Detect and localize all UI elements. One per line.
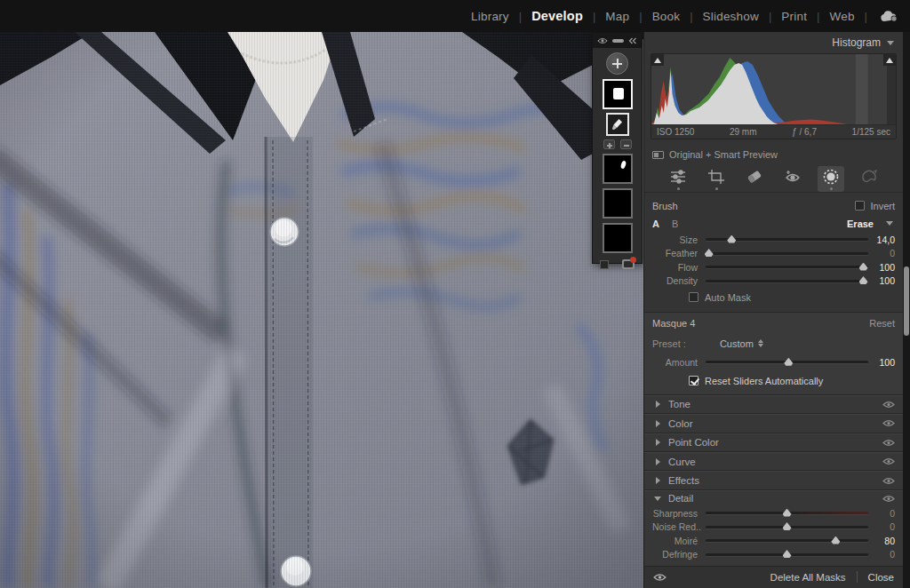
flow-slider[interactable]	[706, 266, 868, 268]
expand-chevron-icon[interactable]	[656, 458, 660, 465]
slider-thumb[interactable]	[705, 249, 714, 257]
tool-crop-overlay[interactable]	[703, 166, 730, 192]
add-mask-button[interactable]	[606, 52, 628, 75]
expand-chevron-icon[interactable]	[656, 401, 660, 408]
density-slider[interactable]	[706, 280, 868, 282]
module-print[interactable]: Print	[771, 10, 817, 23]
masks-panel-header[interactable]	[593, 33, 642, 48]
detail-header[interactable]: Detail	[644, 491, 903, 506]
highlight-clipping-button[interactable]	[883, 54, 896, 66]
clipping-triangle-icon	[886, 58, 893, 63]
brush-tool-button[interactable]	[606, 113, 629, 136]
module-web[interactable]: Web	[819, 10, 864, 23]
module-map[interactable]: Map	[595, 10, 639, 23]
module-develop[interactable]: Develop	[522, 9, 593, 23]
module-book[interactable]: Book	[643, 10, 690, 23]
develop-right-panel: Histogram ISO 1250 29 mm ƒ / 6,7	[643, 32, 903, 588]
slider-thumb[interactable]	[784, 358, 793, 366]
mask-subtract-button[interactable]	[620, 139, 632, 149]
overlay-color-icon[interactable]	[622, 259, 635, 269]
invert-checkbox-row[interactable]: Invert	[855, 201, 895, 211]
mask-reset-button[interactable]: Reset	[869, 318, 895, 329]
cloud-sync-icon[interactable]	[880, 10, 898, 22]
brush-options-chevron-icon[interactable]	[886, 221, 893, 226]
masks-visibility-eye-icon[interactable]	[597, 37, 608, 44]
slider-thumb[interactable]	[859, 276, 868, 284]
section-visibility-eye-icon[interactable]	[882, 419, 895, 427]
mask-thumbnail[interactable]	[603, 188, 633, 219]
section-visibility-eye-icon[interactable]	[882, 477, 895, 485]
slider-thumb[interactable]	[859, 263, 868, 271]
feather-slider[interactable]	[706, 252, 868, 255]
shadow-clipping-button[interactable]	[651, 54, 664, 66]
crop-icon	[706, 168, 726, 186]
collapse-chevron-icon[interactable]	[887, 41, 894, 45]
slider-thumb[interactable]	[831, 536, 840, 544]
photo-canvas[interactable]	[0, 32, 643, 588]
mask-add-button[interactable]	[603, 139, 615, 149]
size-slider[interactable]	[706, 238, 868, 241]
section-curve[interactable]: Curve	[644, 452, 903, 471]
amount-slider[interactable]	[706, 361, 868, 363]
tool-indicator-dot	[715, 187, 718, 190]
tool-adjustment-sliders[interactable]	[665, 166, 691, 192]
collapse-chevron-icon[interactable]	[654, 497, 661, 501]
section-color[interactable]: Color	[644, 414, 903, 433]
brush-b-button[interactable]: B	[672, 219, 678, 229]
moire-slider[interactable]	[706, 539, 868, 542]
brush-icon	[611, 117, 625, 131]
slider-value: 0	[868, 521, 895, 532]
section-visibility-eye-icon[interactable]	[882, 439, 895, 447]
mask-thumbnail[interactable]	[603, 154, 633, 184]
collapse-panel-icon[interactable]	[628, 37, 637, 44]
masks-float-panel	[592, 32, 643, 264]
section-visibility-eye-icon[interactable]	[882, 495, 895, 503]
slider-thumb[interactable]	[783, 509, 792, 517]
reset-sliders-row[interactable]: Reset Sliders Automatically	[644, 371, 903, 391]
brush-erase-button[interactable]: Erase	[847, 219, 874, 229]
reset-sliders-checkbox[interactable]	[689, 376, 698, 385]
brush-a-button[interactable]: A	[652, 219, 659, 229]
exif-info-row: ISO 1250 29 mm ƒ / 6,7 1/125 sec	[651, 124, 896, 139]
slider-label: Noise Red..	[652, 521, 706, 532]
tool-lens-blur[interactable]	[856, 166, 882, 192]
panel-scrollbar[interactable]	[903, 32, 910, 588]
slider-thumb[interactable]	[783, 550, 792, 558]
show-overlay-checkbox[interactable]	[600, 260, 609, 269]
sharpness-slider[interactable]	[706, 512, 868, 514]
density-slider-row: Density 100	[644, 274, 903, 288]
section-label: Effects	[668, 475, 882, 486]
section-point-color[interactable]: Point Color	[644, 433, 903, 452]
tool-red-eye[interactable]	[779, 166, 806, 192]
mask-thumbnail-active[interactable]	[603, 79, 633, 109]
slider-thumb[interactable]	[727, 235, 736, 243]
mask-thumbnail[interactable]	[603, 223, 633, 253]
expand-chevron-icon[interactable]	[656, 439, 660, 446]
expand-chevron-icon[interactable]	[656, 477, 660, 484]
panel-drag-handle[interactable]	[612, 39, 624, 43]
tool-healing[interactable]	[741, 166, 768, 192]
preset-dropdown[interactable]: Custom	[720, 338, 763, 349]
close-button[interactable]: Close	[868, 572, 894, 583]
delete-all-masks-button[interactable]: Delete All Masks	[770, 572, 846, 583]
slider-thumb[interactable]	[783, 522, 792, 530]
histogram-panel[interactable]: ISO 1250 29 mm ƒ / 6,7 1/125 sec	[651, 53, 897, 139]
footer-visibility-eye-icon[interactable]	[653, 573, 667, 582]
defringe-slider[interactable]	[706, 553, 868, 556]
invert-checkbox[interactable]	[855, 201, 865, 211]
section-tone[interactable]: Tone	[644, 395, 903, 414]
smart-preview-status[interactable]: Original + Smart Preview	[644, 147, 903, 162]
noise-reduction-slider[interactable]	[706, 526, 868, 528]
expand-chevron-icon[interactable]	[656, 420, 660, 427]
tool-masking[interactable]	[818, 166, 844, 192]
mask-add-subtract-row	[603, 139, 632, 149]
module-slideshow[interactable]: Slideshow	[693, 10, 769, 23]
section-visibility-eye-icon[interactable]	[882, 401, 895, 409]
section-visibility-eye-icon[interactable]	[882, 457, 895, 465]
histogram-header[interactable]: Histogram	[644, 32, 903, 53]
scrollbar-thumb[interactable]	[904, 266, 909, 336]
section-effects[interactable]: Effects	[644, 471, 903, 489]
module-library[interactable]: Library	[461, 10, 519, 23]
auto-mask-checkbox[interactable]	[689, 292, 698, 302]
auto-mask-row[interactable]: Auto Mask	[644, 288, 903, 307]
